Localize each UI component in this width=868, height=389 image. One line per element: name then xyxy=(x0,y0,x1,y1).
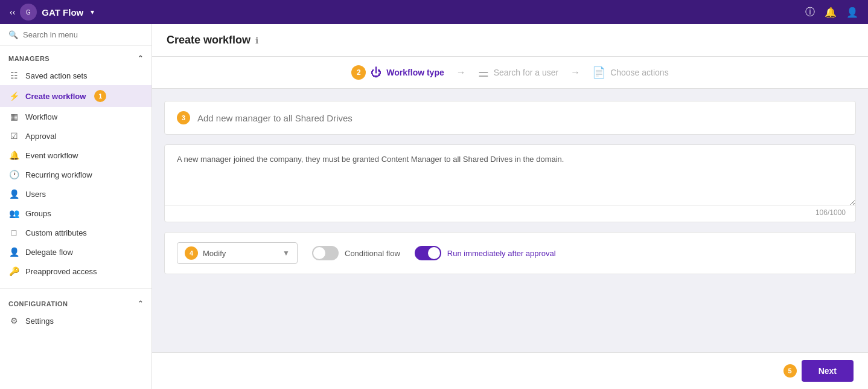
preapproved-access-icon: 🔑 xyxy=(8,266,19,276)
page-header: Create workflow ℹ xyxy=(152,24,868,57)
configuration-header: CONFIGURATION ⌃ xyxy=(0,296,152,311)
sidebar-item-custom-attributes[interactable]: □ Custom attributes xyxy=(0,223,152,242)
groups-icon: 👥 xyxy=(8,208,19,218)
step-5-badge: 5 xyxy=(783,364,797,378)
sidebar: 🔍 MANAGERS ⌃ ☷ Saved action sets ⚡ Creat… xyxy=(0,24,152,389)
approval-icon: ☑ xyxy=(8,131,19,141)
run-immediately-knob xyxy=(428,247,440,259)
page-title: Create workflow xyxy=(167,34,251,47)
topbar-actions: ⓘ 🔔 👤 xyxy=(805,6,858,19)
layout: 🔍 MANAGERS ⌃ ☷ Saved action sets ⚡ Creat… xyxy=(0,24,868,389)
step-1-badge: 1 xyxy=(94,90,106,102)
choose-actions-label: Choose actions xyxy=(610,68,669,77)
search-input[interactable] xyxy=(23,30,143,39)
create-workflow-icon: ⚡ xyxy=(8,91,19,101)
users-icon: 👤 xyxy=(8,189,19,199)
svg-text:G: G xyxy=(26,9,31,16)
settings-icon: ⚙ xyxy=(8,316,19,326)
conditional-flow-knob xyxy=(313,247,325,259)
modify-chevron-icon: ▼ xyxy=(282,249,290,257)
step-search-user[interactable]: ⚌ Search for a user xyxy=(478,65,558,80)
app-avatar: G xyxy=(20,4,37,21)
notification-icon[interactable]: 🔔 xyxy=(825,7,837,18)
name-card: 3 xyxy=(164,101,856,135)
topbar-left: ‹‹ G GAT Flow ▾ xyxy=(10,4,94,21)
topbar: ‹‹ G GAT Flow ▾ ⓘ 🔔 👤 xyxy=(0,0,868,24)
sidebar-item-preapproved-access[interactable]: 🔑 Preapproved access xyxy=(0,262,152,281)
next-button[interactable]: Next xyxy=(802,360,854,382)
user-icon[interactable]: 👤 xyxy=(846,7,858,18)
content-area: 3 A new manager joined the company, they… xyxy=(152,89,868,352)
sidebar-item-groups[interactable]: 👥 Groups xyxy=(0,204,152,223)
run-immediately-label: Run immediately after approval xyxy=(447,249,556,258)
description-textarea[interactable]: A new manager joined the company, they m… xyxy=(165,145,855,205)
sidebar-item-approval[interactable]: ☑ Approval xyxy=(0,126,152,146)
arrow-1: → xyxy=(456,67,466,78)
arrow-2: → xyxy=(570,67,580,78)
run-immediately-toggle[interactable] xyxy=(415,246,441,260)
managers-header: MANAGERS ⌃ xyxy=(0,51,152,66)
workflow-icon: ▦ xyxy=(8,112,19,121)
footer: 5 Next xyxy=(152,352,868,389)
info-icon[interactable]: ℹ xyxy=(255,36,258,45)
modify-select[interactable]: 4 Modify ▼ xyxy=(177,242,298,264)
workflow-type-icon: ⏻ xyxy=(371,66,381,79)
step-4-badge: 4 xyxy=(185,246,198,260)
sidebar-item-workflow[interactable]: ▦ Workflow xyxy=(0,107,152,126)
description-card: A new manager joined the company, they m… xyxy=(164,144,856,222)
workflow-type-label: Workflow type xyxy=(386,68,444,77)
custom-attributes-icon: □ xyxy=(8,228,19,237)
conditional-flow-group: Conditional flow xyxy=(312,246,400,260)
steps-bar: 2 ⏻ Workflow type → ⚌ Search for a user … xyxy=(152,57,868,89)
search-icon: 🔍 xyxy=(8,30,18,39)
main-content: Create workflow ℹ 2 ⏻ Workflow type → ⚌ … xyxy=(152,24,868,389)
configuration-collapse-icon[interactable]: ⌃ xyxy=(138,300,144,307)
sidebar-item-settings[interactable]: ⚙ Settings xyxy=(0,311,152,330)
sidebar-divider xyxy=(0,288,152,289)
sidebar-item-delegate-flow[interactable]: 👤 Delegate flow xyxy=(0,242,152,262)
delegate-flow-icon: 👤 xyxy=(8,247,19,257)
dropdown-icon[interactable]: ▾ xyxy=(91,8,94,16)
search-user-label: Search for a user xyxy=(494,68,558,77)
app-title: GAT Flow xyxy=(42,7,83,18)
char-count: 106/1000 xyxy=(165,205,855,222)
event-workflow-icon: 🔔 xyxy=(8,150,19,160)
workflow-name-input[interactable] xyxy=(197,113,843,123)
step-choose-actions[interactable]: 📄 Choose actions xyxy=(592,66,669,79)
step-2-badge: 2 xyxy=(351,65,366,80)
managers-collapse-icon[interactable]: ⌃ xyxy=(138,54,144,62)
sidebar-item-saved-action-sets[interactable]: ☷ Saved action sets xyxy=(0,66,152,85)
sidebar-item-event-workflow[interactable]: 🔔 Event workflow xyxy=(0,146,152,165)
saved-action-sets-icon: ☷ xyxy=(8,71,19,80)
run-immediately-group: Run immediately after approval xyxy=(415,246,556,260)
choose-actions-icon: 📄 xyxy=(592,66,605,79)
sidebar-item-recurring-workflow[interactable]: 🕐 Recurring workflow xyxy=(0,165,152,184)
sidebar-item-users[interactable]: 👤 Users xyxy=(0,184,152,204)
sidebar-item-create-workflow[interactable]: ⚡ Create workflow 1 xyxy=(0,85,152,107)
conditional-flow-toggle[interactable] xyxy=(312,246,339,260)
help-icon[interactable]: ⓘ xyxy=(805,6,815,19)
conditional-flow-label: Conditional flow xyxy=(345,249,400,258)
controls-row: 4 Modify ▼ Conditional flow Run im xyxy=(164,232,856,274)
name-row: 3 xyxy=(165,101,855,134)
back-icon[interactable]: ‹‹ xyxy=(10,7,15,17)
search-box[interactable]: 🔍 xyxy=(0,24,152,46)
recurring-workflow-icon: 🕐 xyxy=(8,170,19,179)
step-workflow-type[interactable]: 2 ⏻ Workflow type xyxy=(351,65,444,80)
modify-label: Modify xyxy=(203,249,278,258)
managers-section: MANAGERS ⌃ ☷ Saved action sets ⚡ Create … xyxy=(0,46,152,286)
search-user-icon: ⚌ xyxy=(478,65,489,80)
configuration-section: CONFIGURATION ⌃ ⚙ Settings xyxy=(0,291,152,335)
step-3-badge: 3 xyxy=(177,111,190,124)
